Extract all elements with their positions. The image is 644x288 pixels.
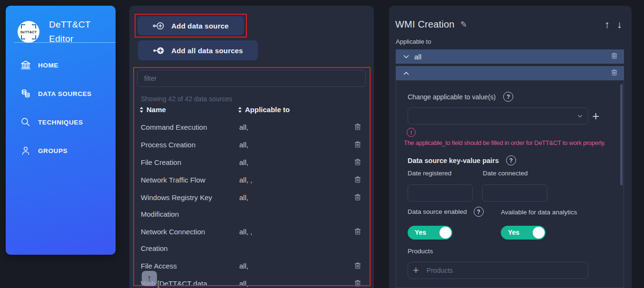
applicable-item-expanded[interactable] [396,66,624,80]
sidebar-divider [14,42,116,43]
delete-applicable-button[interactable] [610,68,618,78]
table-row: Windows Registry Key Modification all, [141,189,362,222]
data-sources-panel: Add data source Add all data sources Sho… [129,6,374,288]
add-outline-icon [153,21,166,30]
add-filled-icon [153,46,166,55]
trash-icon [353,158,362,166]
date-registered-label: Date registered [408,170,451,177]
date-connected-label: Date connected [483,170,528,177]
sort-icon [237,106,243,113]
applicable-item-collapsed[interactable]: all [396,49,624,64]
sidebar: DeTT&CT DeTT&CT Editor HOME [6,6,116,255]
change-applicable-label: Change applicable to value(s) [408,93,496,101]
scrollbar-thumb[interactable] [620,84,623,185]
trash-icon [353,227,362,236]
chevron-up-icon [402,69,410,77]
chevron-down-icon [577,113,583,119]
applicable-to-select[interactable] [408,107,588,125]
data-source-detail-panel: WMI Creation ✎ ↑ ↓ Applicable to all Cha… [389,6,632,288]
enabled-label: Data source enabled [408,208,467,215]
delete-applicable-button[interactable] [610,52,618,61]
delete-row-button[interactable] [353,123,362,133]
trash-icon [353,175,362,184]
sort-icon [139,106,144,113]
showing-count-text: Showing 42 of 42 data sources [141,95,232,103]
table-row: Network Traffic Flow all, , [141,172,362,188]
chevron-down-icon [402,53,410,60]
detail-title: WMI Creation [395,19,455,30]
table-row: Process Creation all, [141,136,362,153]
scroll-to-top-button[interactable]: ↑ [142,271,157,286]
table-row: File Creation all, [141,154,362,171]
add-data-source-button[interactable]: Add data source [137,16,244,35]
delete-row-button[interactable] [353,193,362,203]
sidebar-nav: HOME DATA SOURCES TECHNIQUES [6,51,116,165]
column-header-name[interactable]: Name [139,106,166,114]
delete-row-button[interactable] [353,279,362,288]
trash-icon [610,68,618,77]
data-source-enabled-toggle[interactable]: Yes [408,226,452,240]
warning-text: The applicable_to field should be filled… [404,139,605,146]
products-label: Products [408,248,433,255]
help-icon[interactable]: ? [474,207,484,217]
delete-row-button[interactable] [353,261,362,271]
applicable-expanded-editor: Change applicable to value(s) ? + ! The … [396,80,624,288]
move-up-icon[interactable]: ↑ [605,19,610,30]
bank-icon [20,59,31,71]
trash-icon [353,193,362,202]
applicable-to-label: Applicable to [396,38,431,45]
help-icon[interactable]: ? [503,92,513,102]
sidebar-item-groups[interactable]: GROUPS [6,136,116,165]
table-row: Web [DeTT&CT data all, [141,275,362,288]
date-registered-input[interactable] [408,184,473,202]
move-down-icon[interactable]: ↓ [617,19,622,30]
magnifier-icon [20,116,31,128]
add-product-icon[interactable]: + [413,265,419,276]
products-field[interactable]: + [408,262,588,279]
add-applicable-value-button[interactable]: + [592,110,599,122]
edit-title-icon[interactable]: ✎ [460,19,467,29]
up-arrow-icon: ↑ [147,273,152,283]
filter-input[interactable] [137,70,366,87]
data-analytics-toggle[interactable]: Yes [501,226,546,240]
trash-icon [353,140,362,149]
sidebar-item-home[interactable]: HOME [6,51,116,79]
delete-row-button[interactable] [353,158,362,168]
column-header-applicable-to[interactable]: Applicable to [237,106,290,114]
toggle-knob [439,227,451,239]
dettct-logo: DeTT&CT [18,21,39,43]
data-source-table: Command Execution all, Process Creation … [141,119,362,288]
trash-icon [353,123,362,131]
delete-row-button[interactable] [353,175,362,185]
delete-row-button[interactable] [353,227,362,237]
date-connected-input[interactable] [482,184,547,202]
person-icon [20,145,31,156]
sidebar-item-techniques[interactable]: TECHNIQUES [6,108,116,136]
table-row: File Access all, [141,258,362,274]
help-icon[interactable]: ? [506,155,516,165]
trash-icon [353,261,362,270]
table-row: Network Connection Creation all, , [141,223,362,257]
toggle-knob [533,227,545,239]
kv-pairs-label: Data source key-value pairs [408,157,499,164]
app-title: DeTT&CT Editor [49,18,91,46]
sidebar-item-data-sources[interactable]: DATA SOURCES [6,79,116,108]
trash-icon [610,52,618,60]
products-input[interactable] [427,267,583,274]
analytics-label: Available for data analytics [501,209,577,216]
coins-stack-icon [20,88,31,99]
warning-icon: ! [407,128,416,137]
add-all-data-sources-button[interactable]: Add all data sources [138,40,258,60]
delete-row-button[interactable] [353,140,362,150]
trash-icon [353,279,362,288]
table-row: Command Execution all, [141,119,362,135]
